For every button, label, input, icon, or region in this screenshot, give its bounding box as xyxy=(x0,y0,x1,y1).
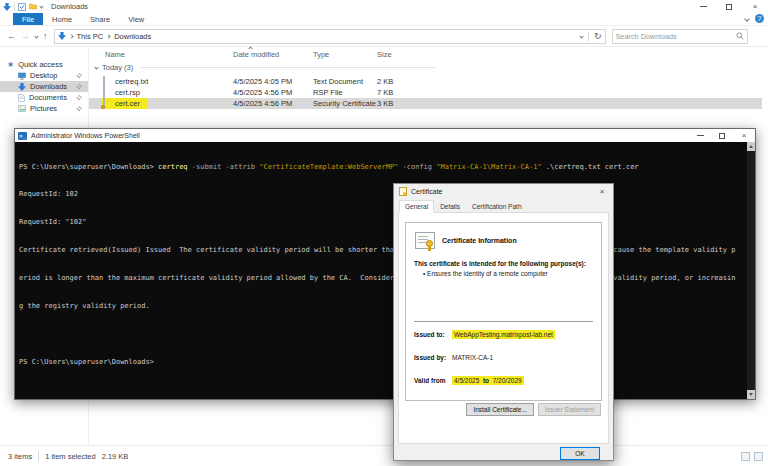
file-size: 7 KB xyxy=(377,88,393,97)
details-view-icon[interactable] xyxy=(741,452,750,461)
qat-customize-chevron-icon[interactable] xyxy=(39,4,43,8)
column-header-date-modified[interactable]: Date modified xyxy=(233,50,279,59)
maximize-button[interactable] xyxy=(711,129,733,142)
valid-to-date: 7/20/2029 xyxy=(493,377,522,384)
sidebar-item-downloads[interactable]: Downloads xyxy=(0,81,88,92)
help-icon[interactable]: ? xyxy=(755,14,764,23)
back-button[interactable]: ← xyxy=(7,31,16,41)
console-scrollbar[interactable] xyxy=(747,142,755,399)
address-dropdown-chevron-icon[interactable] xyxy=(579,34,583,38)
explorer-titlebar: Downloads × xyxy=(0,0,768,13)
sidebar-item-label: Downloads xyxy=(30,82,67,91)
console-command-line: PS C:\Users\superuser\Downloads> certreq… xyxy=(19,163,747,172)
minimize-icon xyxy=(700,6,707,7)
ribbon-collapse-chevron-icon[interactable] xyxy=(744,16,750,22)
pin-icon xyxy=(76,84,82,90)
navigation-buttons: ← → ↑ xyxy=(0,31,54,41)
address-location-icon xyxy=(58,32,66,40)
close-button[interactable]: × xyxy=(593,185,611,198)
install-certificate-button[interactable]: Install Certificate... xyxy=(466,403,533,416)
large-icons-view-icon[interactable] xyxy=(754,452,763,461)
refresh-icon[interactable]: ↻ xyxy=(594,32,602,41)
recent-locations-chevron-icon[interactable] xyxy=(34,34,38,38)
file-date: 4/5/2025 4:56 PM xyxy=(233,99,292,108)
file-type: Text Document xyxy=(313,77,363,86)
certificate-dialog[interactable]: Certificate × General Details Certificat… xyxy=(393,183,614,461)
ribbon-tabs: File Home Share View xyxy=(0,13,768,26)
purpose-bullet: Ensures the identity of a remote compute… xyxy=(423,270,548,277)
sidebar-quick-access[interactable]: ★ Quick access xyxy=(0,59,88,70)
maximize-button[interactable] xyxy=(716,0,742,13)
sidebar-item-documents[interactable]: Documents xyxy=(0,92,88,103)
search-icon[interactable] xyxy=(736,32,744,40)
scroll-down-icon[interactable] xyxy=(747,390,755,399)
sidebar-item-desktop[interactable]: Desktop xyxy=(0,70,88,81)
minimize-button[interactable] xyxy=(689,129,711,142)
tab-general[interactable]: General xyxy=(399,200,434,213)
general-tab-page: Certificate Information This certificate… xyxy=(398,212,609,444)
close-button[interactable]: × xyxy=(742,0,768,13)
pin-icon xyxy=(76,95,82,101)
close-icon: × xyxy=(753,2,758,11)
explorer-window-controls: × xyxy=(690,0,768,13)
pin-icon xyxy=(76,106,82,112)
maximize-icon xyxy=(719,133,725,139)
text-document-icon xyxy=(103,77,105,86)
sidebar-item-label: Pictures xyxy=(30,104,57,113)
column-header-name[interactable]: Name xyxy=(105,50,125,59)
pictures-icon xyxy=(18,105,26,112)
console-output-line: Certificate retrieved(Issued) Issued The… xyxy=(19,246,747,255)
file-row-certreq-txt[interactable]: certreq.txt 4/5/2025 4:05 PM Text Docume… xyxy=(89,76,762,87)
address-bar[interactable]: This PC Downloads ↻ xyxy=(54,29,606,44)
tab-home[interactable]: Home xyxy=(43,13,81,25)
sidebar-item-label: Documents xyxy=(29,93,67,102)
quick-access-label: Quick access xyxy=(18,60,63,69)
group-header-today[interactable]: Today (3) xyxy=(95,63,435,72)
column-header-size[interactable]: Size xyxy=(377,50,392,59)
console-command-part: -submit -attrib xyxy=(188,163,260,171)
close-button[interactable]: × xyxy=(733,129,755,142)
up-button[interactable]: ↑ xyxy=(43,31,48,41)
console-command-part: .\certreq.txt cert.cer xyxy=(542,163,639,171)
certificate-file-icon xyxy=(103,99,105,108)
issued-to-label: Issued to: xyxy=(414,331,445,338)
ok-button[interactable]: OK xyxy=(560,447,600,460)
console-output[interactable]: PS C:\Users\superuser\Downloads> certreq… xyxy=(15,142,747,399)
tab-view[interactable]: View xyxy=(119,13,153,25)
file-row-cert-cer-selected[interactable]: cert.cer 4/5/2025 4:56 PM Security Certi… xyxy=(89,98,762,109)
powershell-window[interactable]: >_ Administrator Windows PowerShell × PS… xyxy=(14,128,756,400)
sidebar-item-pictures[interactable]: Pictures xyxy=(0,103,88,114)
tab-file[interactable]: File xyxy=(13,13,43,25)
info-divider xyxy=(414,321,593,322)
console-command-part: certreq xyxy=(158,163,188,171)
forward-button[interactable]: → xyxy=(21,31,30,41)
breadcrumb-this-pc[interactable]: This PC xyxy=(77,32,104,41)
issuer-statement-button: Issuer Statement xyxy=(538,403,601,416)
column-header-type[interactable]: Type xyxy=(313,50,329,59)
file-name: certreq.txt xyxy=(115,77,148,86)
breadcrumb-chevron-icon xyxy=(107,34,111,38)
file-name: cert.cer xyxy=(115,99,140,108)
search-input[interactable] xyxy=(616,32,736,41)
properties-icon[interactable] xyxy=(18,3,26,11)
minimize-icon xyxy=(697,135,704,136)
scroll-up-icon[interactable] xyxy=(747,142,755,151)
minimize-button[interactable] xyxy=(690,0,716,13)
address-bar-controls: ↻ xyxy=(580,32,602,41)
file-size: 2 KB xyxy=(377,77,393,86)
new-folder-icon[interactable] xyxy=(29,3,37,11)
certificate-icon xyxy=(399,187,407,196)
certificate-info-box: Certificate Information This certificate… xyxy=(405,222,602,401)
valid-from-label: Valid from xyxy=(414,377,445,384)
status-divider xyxy=(38,451,39,461)
tab-share[interactable]: Share xyxy=(81,13,119,25)
group-header-label: Today (3) xyxy=(102,63,133,72)
view-toggles xyxy=(741,452,763,461)
file-row-cert-rsp[interactable]: cert.rsp 4/5/2025 4:56 PM RSP File 7 KB xyxy=(89,87,762,98)
downloads-icon xyxy=(18,83,26,91)
breadcrumb-downloads[interactable]: Downloads xyxy=(114,32,151,41)
powershell-window-controls: × xyxy=(689,129,755,142)
ribbon-right-controls: ? xyxy=(745,14,764,23)
certificate-dialog-titlebar: Certificate × xyxy=(394,184,613,198)
powershell-window-title: Administrator Windows PowerShell xyxy=(31,132,140,139)
